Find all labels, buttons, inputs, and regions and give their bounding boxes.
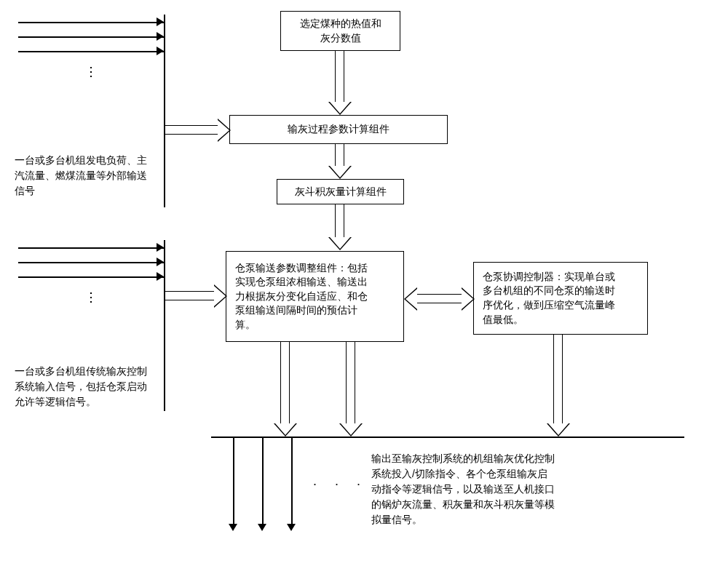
arrow-coal-to-process <box>335 51 344 102</box>
input-arrow-b1-head <box>157 243 164 252</box>
arrow-process-to-hopper <box>335 144 344 166</box>
arrow-hopper-to-param <box>335 204 344 237</box>
process-calc-box: 输灰过程参数计算组件 <box>229 115 448 144</box>
output-arrow-3 <box>291 436 293 524</box>
dots-top: ⋯ <box>84 65 100 81</box>
input-arrow-2 <box>18 36 164 38</box>
input-top-label: 一台或多台机组发电负荷、主 汽流量、燃煤流量等外部输送 信号 <box>15 153 160 199</box>
input-arrow-1-head <box>157 17 164 26</box>
coal-input-box: 选定煤种的热值和 灰分数值 <box>280 11 400 51</box>
coordinator-text: 仓泵协调控制器：实现单台或 多台机组的不同仓泵的输送时 序优化，做到压缩空气流量… <box>483 270 615 327</box>
arrow-coord-to-param-left <box>417 294 462 303</box>
input-arrow-b2 <box>18 262 164 263</box>
output-bus <box>211 436 684 438</box>
output-arrow-1 <box>233 436 234 524</box>
hopper-calc-text: 灰斗积灰量计算组件 <box>295 185 387 199</box>
arrow-bus-to-process <box>165 125 218 135</box>
output-label: 输出至输灰控制系统的机组输灰优化控制 系统投入/切除指令、各个仓泵组输灰启 动指… <box>371 451 582 527</box>
dots-bottom: ⋯ <box>84 291 100 307</box>
hopper-calc-box: 灰斗积灰量计算组件 <box>277 179 404 204</box>
input-arrow-b3 <box>18 276 164 278</box>
arrow-coord-to-bus <box>553 335 563 423</box>
param-adjust-text: 仓泵输送参数调整组件：包括 实现仓泵组浓相输送、输送出 力根据灰分变化自适应、和… <box>235 261 368 332</box>
input-bus-bottom <box>164 240 165 411</box>
arrow-bus-to-param <box>165 291 214 300</box>
coal-input-text: 选定煤种的热值和 灰分数值 <box>300 17 381 45</box>
input-arrow-1 <box>18 22 164 23</box>
output-arrow-3-head <box>287 524 296 531</box>
output-arrow-1-head <box>229 524 237 531</box>
arrow-param-to-bus-1 <box>280 342 290 423</box>
input-arrow-b2-head <box>157 258 164 266</box>
input-arrow-b3-head <box>157 272 164 281</box>
input-arrow-b1 <box>18 247 164 249</box>
input-bus-top <box>164 15 165 207</box>
output-arrow-2 <box>262 436 264 524</box>
input-arrow-2-head <box>157 32 164 41</box>
input-arrow-3-head <box>157 47 164 55</box>
arrow-param-to-bus-2 <box>346 342 355 423</box>
param-adjust-box: 仓泵输送参数调整组件：包括 实现仓泵组浓相输送、输送出 力根据灰分变化自适应、和… <box>226 251 404 342</box>
coordinator-box: 仓泵协调控制器：实现单台或 多台机组的不同仓泵的输送时 序优化，做到压缩空气流量… <box>473 262 648 335</box>
output-arrow-2-head <box>258 524 266 531</box>
dots-output: · · · <box>313 477 368 492</box>
process-calc-text: 输灰过程参数计算组件 <box>288 122 389 137</box>
input-arrow-3 <box>18 51 164 52</box>
input-bottom-label: 一台或多台机组传统输灰控制 系统输入信号，包括仓泵启动 允许等逻辑信号。 <box>15 364 160 410</box>
